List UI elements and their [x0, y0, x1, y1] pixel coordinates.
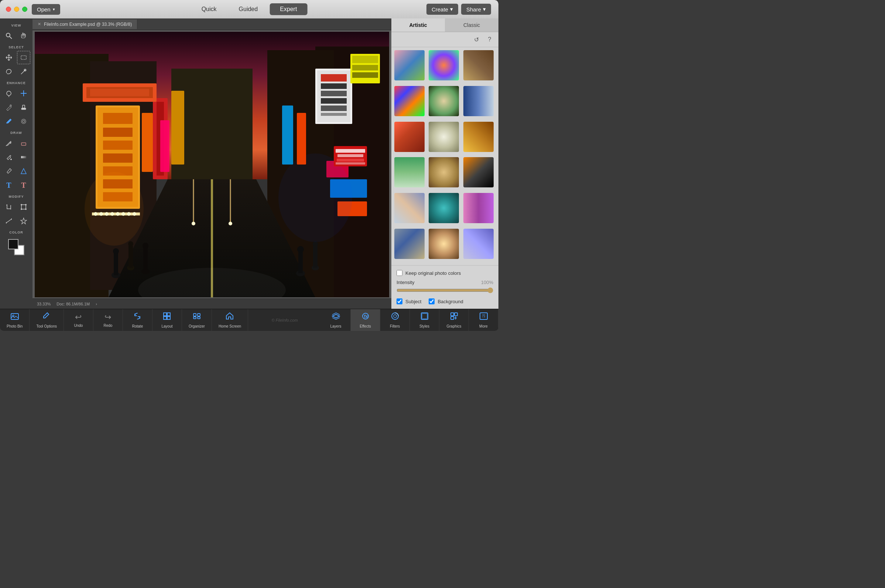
transform-tool[interactable]	[17, 200, 30, 214]
blur-tool[interactable]	[17, 115, 30, 128]
gradient-tool[interactable]	[17, 150, 30, 164]
close-button[interactable]	[6, 7, 11, 12]
lasso-tool[interactable]	[2, 65, 15, 78]
filter-thumb-10[interactable]	[429, 157, 459, 188]
nav-tabs: Quick Guided Expert	[191, 3, 307, 15]
stamp-tool[interactable]	[17, 101, 30, 114]
move-tool[interactable]	[2, 51, 15, 64]
svg-rect-46	[321, 98, 347, 104]
maximize-button[interactable]	[22, 7, 27, 12]
document-tab[interactable]: ✕ FileInfo.com Example.psd @ 33.3% (RGB/…	[33, 20, 137, 29]
filter-thumb-12[interactable]	[394, 193, 424, 223]
dropper-tool[interactable]	[2, 115, 15, 128]
open-button[interactable]: Open ▾	[32, 4, 60, 15]
intensity-label: Intensity	[397, 280, 414, 285]
effects-icon: fx	[361, 312, 370, 323]
custom-shape-tool[interactable]	[17, 165, 30, 178]
filter-thumb-16[interactable]	[429, 229, 459, 259]
bottom-more[interactable]: More	[469, 309, 498, 331]
view-tools-row	[2, 29, 30, 42]
filter-thumb-11[interactable]	[464, 157, 494, 188]
more-arrow-icon[interactable]: ›	[96, 302, 97, 306]
filter-thumb-0[interactable]	[394, 50, 424, 80]
close-tab-icon[interactable]: ✕	[38, 22, 41, 27]
tool-options-icon	[42, 312, 51, 323]
eyedropper-tool[interactable]	[2, 165, 15, 178]
filter-thumb-1[interactable]	[429, 50, 459, 80]
filter-thumb-4[interactable]	[429, 86, 459, 116]
background-checkbox[interactable]	[429, 298, 435, 304]
bottom-organizer[interactable]: Organizer	[182, 309, 212, 331]
undo-icon: ↩	[75, 312, 81, 322]
bottom-home-screen[interactable]: Home Screen	[212, 309, 248, 331]
svg-point-71	[297, 246, 304, 253]
bottom-effects[interactable]: fx Effects	[351, 309, 380, 331]
subject-checkbox[interactable]	[397, 298, 402, 304]
watermark: © FileInfo.com	[248, 309, 321, 331]
bottom-tool-options[interactable]: Tool Options	[30, 309, 64, 331]
filter-thumb-15[interactable]	[394, 229, 424, 259]
hand-tool[interactable]	[17, 29, 30, 42]
draw-tools-row-3	[2, 165, 30, 178]
create-button[interactable]: Create ▾	[426, 4, 458, 15]
paint-bucket-tool[interactable]	[2, 150, 15, 164]
color-swatches[interactable]	[8, 239, 24, 255]
right-panel: Artistic Classic ↺ ?	[391, 18, 498, 309]
filter-thumb-8[interactable]	[464, 122, 494, 152]
type-tool[interactable]: T	[2, 178, 15, 192]
panel-help-icon[interactable]: ↺	[471, 34, 482, 45]
bottom-photo-bin[interactable]: Photo Bin	[0, 309, 30, 331]
panel-question-icon[interactable]: ?	[485, 34, 495, 45]
eraser-tool[interactable]	[17, 136, 30, 150]
dodge-tool[interactable]	[2, 87, 15, 100]
svg-rect-105	[193, 314, 196, 316]
bottom-undo[interactable]: ↩ Undo	[64, 309, 93, 331]
filter-thumb-5[interactable]	[464, 86, 494, 116]
tab-quick[interactable]: Quick	[191, 3, 227, 15]
bottom-styles[interactable]: Styles	[410, 309, 439, 331]
enhance-tools-row-2	[2, 101, 30, 114]
filter-thumb-7[interactable]	[429, 122, 459, 152]
filter-thumb-14[interactable]	[464, 193, 494, 223]
tab-guided[interactable]: Guided	[229, 3, 268, 15]
more-icon	[479, 312, 488, 323]
share-button[interactable]: Share ▾	[461, 4, 491, 15]
svg-point-18	[25, 208, 27, 210]
marquee-tool[interactable]	[17, 51, 30, 64]
straighten-tool[interactable]	[2, 214, 15, 228]
filter-thumb-2[interactable]	[464, 50, 494, 80]
zoom-tool[interactable]	[2, 29, 15, 42]
bottom-graphics[interactable]: Graphics	[439, 309, 469, 331]
magic-wand-tool[interactable]	[17, 65, 30, 78]
bottom-layers[interactable]: Layers	[321, 309, 351, 331]
type-mask-tool[interactable]: T	[17, 178, 30, 192]
bottom-rotate[interactable]: Rotate	[123, 309, 152, 331]
bottom-layout[interactable]: Layout	[152, 309, 182, 331]
filter-thumb-9[interactable]	[394, 157, 424, 188]
filter-thumb-13[interactable]	[429, 193, 459, 223]
keep-original-colors-label[interactable]: Keep original photo colors	[397, 270, 461, 276]
bottom-redo[interactable]: ↪ Redo	[93, 309, 123, 331]
background-label[interactable]: Background	[429, 298, 463, 304]
keep-original-colors-checkbox[interactable]	[397, 270, 402, 276]
foreground-color-swatch[interactable]	[8, 239, 18, 249]
healing-tool[interactable]	[17, 87, 30, 100]
tab-artistic[interactable]: Artistic	[391, 18, 445, 32]
canvas-wrapper[interactable]	[33, 30, 391, 298]
panel-toolbar: ↺ ?	[391, 32, 498, 47]
filter-thumb-3[interactable]	[394, 86, 424, 116]
filter-thumb-6[interactable]	[394, 122, 424, 152]
status-bar: 33.33% Doc: 86.1M/86.1M ›	[33, 298, 391, 309]
brush-tool[interactable]	[2, 101, 15, 114]
bottom-filters[interactable]: Filters	[380, 309, 410, 331]
tab-classic[interactable]: Classic	[445, 18, 498, 32]
document-tab-label: FileInfo.com Example.psd @ 33.3% (RGB/8)	[44, 22, 132, 27]
crop-tool[interactable]	[2, 200, 15, 214]
auto-tool[interactable]	[17, 214, 30, 228]
intensity-slider[interactable]	[397, 287, 493, 293]
minimize-button[interactable]	[14, 7, 19, 12]
filter-thumb-17[interactable]	[464, 229, 494, 259]
subject-label[interactable]: Subject	[397, 298, 421, 304]
pencil-tool[interactable]	[2, 136, 15, 150]
tab-expert[interactable]: Expert	[269, 3, 307, 15]
